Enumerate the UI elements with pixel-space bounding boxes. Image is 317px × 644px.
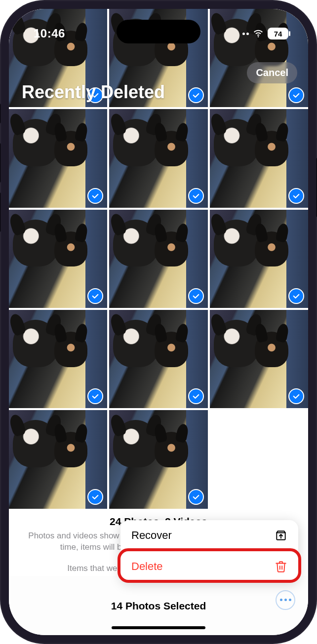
photo-thumbnail[interactable] bbox=[210, 310, 308, 408]
recover-icon bbox=[275, 529, 287, 542]
empty-cell bbox=[210, 410, 308, 508]
selected-check-icon bbox=[188, 188, 204, 204]
ellipsis-icon bbox=[280, 599, 291, 601]
volume-up-button bbox=[0, 143, 1, 183]
photo-grid[interactable] bbox=[9, 9, 308, 509]
delete-action[interactable]: Delete bbox=[120, 551, 298, 582]
bottom-toolbar: 14 Photos Selected bbox=[9, 576, 308, 635]
photo-thumbnail[interactable] bbox=[9, 410, 107, 508]
selected-check-icon bbox=[188, 288, 204, 304]
delete-label: Delete bbox=[131, 560, 163, 573]
iphone-frame: 10:46 74 Recently Deleted Cancel bbox=[0, 0, 317, 644]
photo-thumbnail[interactable] bbox=[109, 410, 207, 508]
status-time: 10:46 bbox=[34, 27, 65, 40]
photo-thumbnail[interactable] bbox=[210, 210, 308, 308]
action-popup: Recover Delete bbox=[120, 520, 298, 582]
photo-thumbnail[interactable] bbox=[9, 210, 107, 308]
recover-label: Recover bbox=[131, 529, 172, 542]
selected-check-icon bbox=[188, 388, 204, 404]
selected-check-icon bbox=[188, 87, 204, 103]
selection-count: 14 Photos Selected bbox=[111, 600, 206, 612]
screen: 10:46 74 Recently Deleted Cancel bbox=[9, 9, 308, 635]
photo-thumbnail[interactable] bbox=[210, 109, 308, 207]
dynamic-island bbox=[117, 20, 200, 43]
photo-thumbnail[interactable] bbox=[109, 310, 207, 408]
photo-thumbnail[interactable] bbox=[9, 310, 107, 408]
photo-thumbnail[interactable] bbox=[109, 109, 207, 207]
battery-indicator: 74 bbox=[268, 28, 288, 39]
recover-action[interactable]: Recover bbox=[120, 520, 298, 551]
trash-icon bbox=[275, 560, 287, 573]
cellular-icon bbox=[242, 33, 249, 35]
status-indicators: 74 bbox=[242, 28, 288, 39]
photo-thumbnail[interactable] bbox=[9, 109, 107, 207]
selected-check-icon bbox=[288, 288, 304, 304]
volume-down-button bbox=[0, 192, 1, 232]
cancel-button[interactable]: Cancel bbox=[247, 62, 297, 83]
home-indicator[interactable] bbox=[112, 626, 205, 629]
selected-check-icon bbox=[87, 188, 103, 204]
selected-check-icon bbox=[288, 188, 304, 204]
svg-point-0 bbox=[258, 36, 259, 37]
selected-check-icon bbox=[188, 489, 204, 505]
wifi-icon bbox=[253, 28, 264, 39]
photo-thumbnail[interactable] bbox=[109, 210, 207, 308]
more-button[interactable] bbox=[276, 590, 295, 610]
side-button bbox=[0, 104, 1, 123]
selected-check-icon bbox=[87, 489, 103, 505]
